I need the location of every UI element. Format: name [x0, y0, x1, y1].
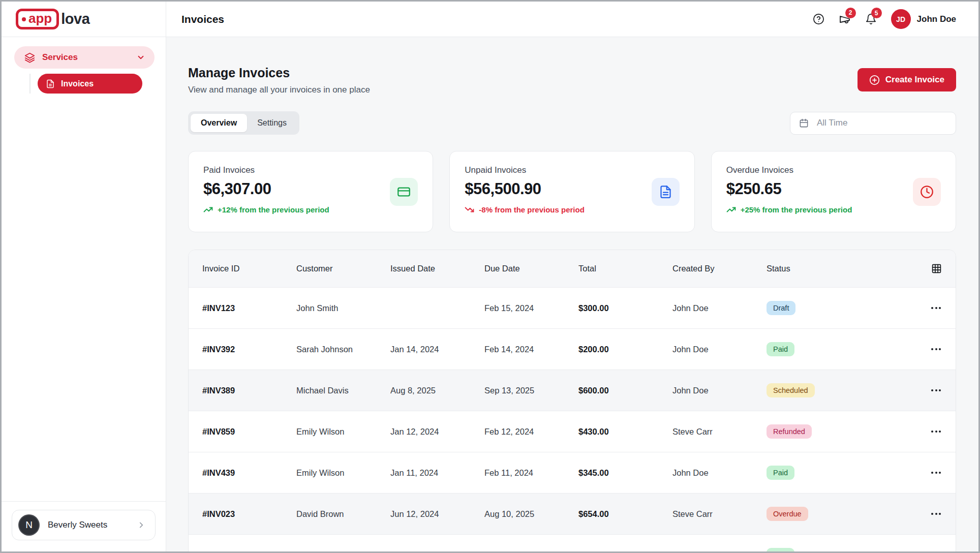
row-actions-button[interactable]: [930, 304, 942, 312]
sidebar-item-services[interactable]: Services: [14, 46, 155, 69]
logo-area: app lova: [2, 2, 166, 37]
create-invoice-button[interactable]: Create Invoice: [858, 68, 956, 91]
column-header: Invoice ID: [202, 264, 296, 273]
invoices-table: Invoice ID Customer Issued Date Due Date…: [188, 250, 956, 551]
total-cell: $600.00: [578, 386, 672, 395]
column-header: Total: [578, 264, 672, 273]
stat-card-unpaid: Unpaid Invoices $56,500.90 -8% from the …: [449, 151, 694, 232]
stat-value: $6,307.00: [203, 180, 329, 198]
account-name: Beverly Sweets: [48, 520, 107, 530]
invoice-id-cell: #INV306: [202, 550, 296, 552]
date-range-filter[interactable]: All Time: [790, 112, 956, 135]
row-actions-button[interactable]: [930, 386, 942, 394]
total-cell: $430.00: [578, 427, 672, 437]
issued-date-cell: Jun 3, 2024: [390, 550, 484, 552]
column-header: Created By: [672, 264, 767, 273]
trend-down-icon: [465, 205, 474, 214]
table-row[interactable]: #INV123 John Smith Feb 15, 2024 $300.00 …: [189, 288, 956, 329]
sidebar-item-invoices[interactable]: Invoices: [38, 74, 142, 94]
stat-trend: +25% from the previous period: [726, 205, 852, 214]
logo-badge: app: [16, 9, 59, 29]
status-badge: Paid: [767, 342, 794, 356]
column-header: Issued Date: [390, 264, 484, 273]
status-badge: Paid: [767, 548, 794, 551]
invoice-id-cell: #INV123: [202, 303, 296, 313]
main-content: Manage Invoices View and manage all your…: [166, 37, 978, 551]
table-row[interactable]: #INV389 Michael Davis Aug 8, 2025 Sep 13…: [189, 370, 956, 411]
column-header: Status: [767, 264, 904, 273]
chevron-right-icon: [137, 520, 146, 530]
row-actions-button[interactable]: [930, 427, 942, 436]
status-badge: Scheduled: [767, 383, 815, 397]
sidebar-nav: Services Invoices: [2, 37, 166, 94]
issued-date-cell: Jun 12, 2024: [390, 509, 484, 519]
page-subtitle: View and manage all your invoices in one…: [188, 85, 370, 95]
due-date-cell: Aug 10, 2025: [484, 509, 578, 519]
invoice-id-cell: #INV023: [202, 509, 296, 519]
stats-row: Paid Invoices $6,307.00 +12% from the pr…: [188, 151, 956, 232]
help-icon: [813, 13, 824, 25]
tab-settings[interactable]: Settings: [247, 114, 297, 132]
table-row[interactable]: #INV859 Emily Wilson Jan 12, 2024 Feb 12…: [189, 411, 956, 452]
stat-label: Overdue Invoices: [726, 165, 852, 175]
row-actions-button[interactable]: [930, 510, 942, 518]
plus-circle-icon: [869, 75, 880, 85]
create-invoice-label: Create Invoice: [885, 75, 944, 85]
row-actions-button[interactable]: [930, 551, 942, 551]
help-button[interactable]: [813, 13, 824, 25]
stat-value: $56,500.90: [465, 180, 585, 198]
table-row[interactable]: #INV306 Lia Miller Jun 3, 2024 Feb 8, 20…: [189, 535, 956, 551]
column-settings-button[interactable]: [931, 263, 942, 274]
sidebar-item-label: Services: [42, 52, 78, 63]
sidebar: app lova Services Invoices: [2, 2, 166, 551]
page-breadcrumb-title: Invoices: [181, 13, 224, 25]
trend-up-icon: [203, 205, 213, 214]
row-actions-button[interactable]: [930, 469, 942, 477]
account-switcher[interactable]: N Beverly Sweets: [12, 510, 156, 540]
tab-overview[interactable]: Overview: [191, 114, 247, 132]
table-header: Invoice ID Customer Issued Date Due Date…: [189, 250, 956, 288]
announcements-count-badge: 2: [845, 8, 856, 18]
stat-card-paid: Paid Invoices $6,307.00 +12% from the pr…: [188, 151, 433, 232]
column-header: Customer: [296, 264, 390, 273]
trend-up-icon: [726, 205, 736, 214]
row-actions-button[interactable]: [930, 345, 942, 353]
invoice-id-cell: #INV439: [202, 468, 296, 478]
status-badge: Paid: [767, 466, 794, 480]
calendar-icon: [799, 118, 809, 128]
table-row[interactable]: #INV023 David Brown Jun 12, 2024 Aug 10,…: [189, 494, 956, 535]
total-cell: $300.00: [578, 303, 672, 313]
table-body: #INV123 John Smith Feb 15, 2024 $300.00 …: [189, 288, 956, 551]
due-date-cell: Feb 15, 2024: [484, 303, 578, 313]
applova-logo[interactable]: app lova: [16, 9, 89, 29]
customer-cell: John Smith: [296, 303, 390, 313]
issued-date-cell: Jan 11, 2024: [390, 468, 484, 478]
due-date-cell: Feb 14, 2024: [484, 345, 578, 354]
due-date-cell: Sep 13, 2025: [484, 386, 578, 395]
page-title: Manage Invoices: [188, 66, 370, 80]
table-row[interactable]: #INV392 Sarah Johnson Jan 14, 2024 Feb 1…: [189, 329, 956, 370]
avatar: JD: [891, 9, 911, 29]
customer-cell: Sarah Johnson: [296, 345, 390, 354]
total-cell: $400.00: [578, 550, 672, 552]
created-by-cell: Steve Carr: [672, 550, 767, 552]
status-badge: Draft: [767, 301, 795, 315]
created-by-cell: John Doe: [672, 303, 767, 313]
clock-icon: [913, 178, 941, 206]
notifications-button[interactable]: 5: [865, 13, 877, 25]
sidebar-subnav: Invoices: [29, 74, 155, 94]
table-row[interactable]: #INV439 Emily Wilson Jan 11, 2024 Feb 11…: [189, 452, 956, 494]
table-grid-icon: [931, 263, 942, 274]
logo-text: lova: [61, 11, 89, 27]
total-cell: $345.00: [578, 468, 672, 478]
due-date-cell: Feb 12, 2024: [484, 427, 578, 437]
profile-menu[interactable]: JD John Doe: [891, 9, 956, 29]
stat-trend: +12% from the previous period: [203, 205, 329, 214]
layers-icon: [24, 52, 35, 63]
invoice-id-cell: #INV389: [202, 386, 296, 395]
announcements-button[interactable]: 2: [839, 13, 851, 25]
sidebar-item-label: Invoices: [61, 79, 94, 88]
credit-card-icon: [390, 178, 418, 206]
issued-date-cell: Jan 14, 2024: [390, 345, 484, 354]
date-range-value: All Time: [817, 118, 847, 128]
